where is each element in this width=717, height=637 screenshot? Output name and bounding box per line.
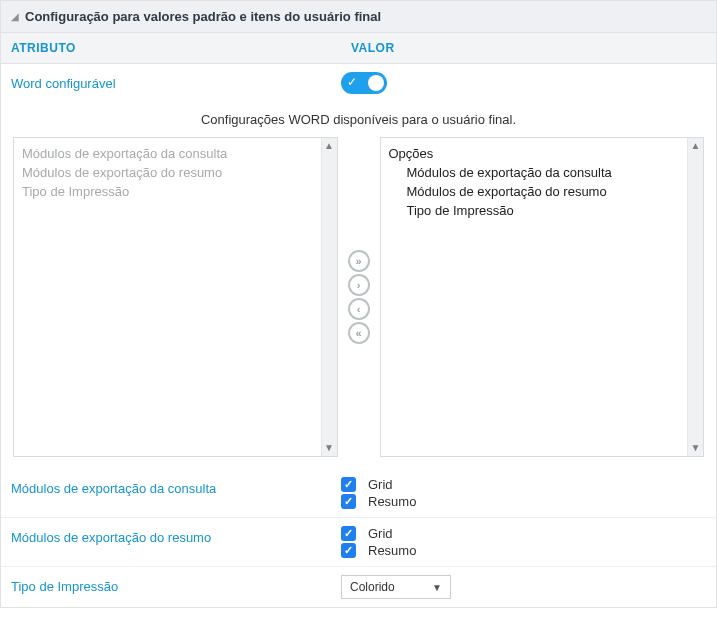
list-group[interactable]: Opções [389,144,680,163]
move-left-button[interactable]: ‹ [348,298,370,320]
row-export-resumo: Módulos de exportação do resumo ✓ Grid ✓… [1,518,716,567]
checkbox-label: Grid [368,477,393,492]
scroll-down-icon[interactable]: ▼ [688,440,703,456]
list-item[interactable]: Módulos de exportação do resumo [22,163,313,182]
row-word-config: Word configurável ✓ [1,64,716,102]
list-item[interactable]: Módulos de exportação da consulta [22,144,313,163]
column-value: VALOR [341,33,405,63]
selected-listbox[interactable]: Opções Módulos de exportação da consulta… [380,137,705,457]
toggle-knob [368,75,384,91]
row-print-type: Tipo de Impressão Colorido ▼ [1,567,716,607]
config-body: Word configurável ✓ Configurações WORD d… [0,64,717,608]
dual-list-caption: Configurações WORD disponíveis para o us… [1,102,716,137]
selected-list-items: Opções Módulos de exportação da consulta… [381,138,688,456]
move-all-right-button[interactable]: » [348,250,370,272]
chevron-down-icon: ▼ [432,582,442,593]
scrollbar[interactable]: ▲ ▼ [687,138,703,456]
section-header[interactable]: ◢ Configuração para valores padrão e ite… [0,0,717,32]
list-item[interactable]: Tipo de Impressão [22,182,313,201]
checkbox-resumo[interactable]: ✓ [341,543,356,558]
section-title: Configuração para valores padrão e itens… [25,9,381,24]
scroll-up-icon[interactable]: ▲ [688,138,703,154]
checkbox-label: Resumo [368,494,416,509]
scrollbar[interactable]: ▲ ▼ [321,138,337,456]
move-all-left-button[interactable]: « [348,322,370,344]
scroll-up-icon[interactable]: ▲ [322,138,337,154]
checkbox-grid[interactable]: ✓ [341,477,356,492]
scroll-down-icon[interactable]: ▼ [322,440,337,456]
dual-list: Módulos de exportação da consulta Módulo… [1,137,716,469]
list-item[interactable]: Módulos de exportação do resumo [389,182,680,201]
check-icon: ✓ [347,75,357,89]
print-type-select[interactable]: Colorido ▼ [341,575,451,599]
list-item[interactable]: Tipo de Impressão [389,201,680,220]
export-resumo-label: Módulos de exportação do resumo [11,526,341,545]
checkbox-resumo[interactable]: ✓ [341,494,356,509]
column-attribute: ATRIBUTO [1,33,341,63]
checkbox-grid[interactable]: ✓ [341,526,356,541]
collapse-triangle-icon: ◢ [11,11,19,22]
select-value: Colorido [350,580,395,594]
available-listbox[interactable]: Módulos de exportação da consulta Módulo… [13,137,338,457]
checkbox-label: Resumo [368,543,416,558]
word-config-toggle[interactable]: ✓ [341,72,387,94]
word-config-label: Word configurável [11,72,341,91]
transfer-buttons: » › ‹ « [344,137,374,457]
move-right-button[interactable]: › [348,274,370,296]
columns-header: ATRIBUTO VALOR [0,32,717,64]
list-item[interactable]: Módulos de exportação da consulta [389,163,680,182]
checkbox-label: Grid [368,526,393,541]
available-list-items: Módulos de exportação da consulta Módulo… [14,138,321,456]
row-export-consulta: Módulos de exportação da consulta ✓ Grid… [1,469,716,518]
print-type-label: Tipo de Impressão [11,575,341,594]
export-consulta-label: Módulos de exportação da consulta [11,477,341,496]
